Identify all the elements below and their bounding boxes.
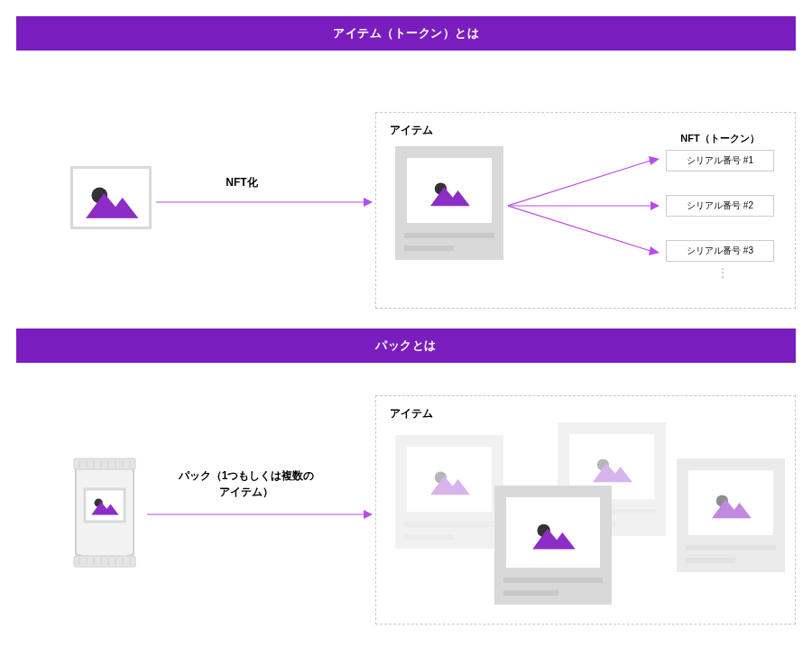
- fanout-arrows: [508, 150, 661, 267]
- item-card: [395, 146, 503, 260]
- section1-header: アイテム（トークン）とは: [16, 16, 796, 51]
- source-image: [70, 166, 152, 229]
- arrow-label-pack: パック（1つもしくは複数のアイテム）: [174, 467, 318, 500]
- serial-ellipsis: ⋮: [716, 265, 731, 280]
- svg-marker-8: [651, 201, 660, 210]
- svg-rect-20: [74, 556, 135, 567]
- svg-marker-4: [364, 198, 373, 207]
- arrow-nft: [156, 193, 373, 211]
- svg-line-9: [508, 206, 651, 251]
- svg-marker-31: [364, 510, 373, 519]
- pack-icon: [69, 453, 141, 574]
- svg-rect-11: [74, 458, 135, 469]
- serial-box-2: シリアル番号 #2: [666, 195, 774, 217]
- item-card-bg-3: [677, 458, 785, 572]
- item-card-bg-1: [395, 435, 503, 549]
- serial-box-3: シリアル番号 #3: [666, 240, 774, 262]
- item-card-front: [494, 486, 612, 605]
- svg-marker-10: [649, 246, 660, 255]
- arrow-pack: [147, 505, 373, 523]
- item-dashed-label: アイテム: [390, 123, 433, 138]
- section2-body: パック（1つもしくは複数のアイテム） アイテム: [16, 372, 796, 634]
- items-dashed-label: アイテム: [390, 406, 433, 421]
- svg-line-5: [508, 161, 651, 206]
- arrow-label-nft: NFT化: [188, 175, 296, 190]
- section1-body: NFT化 アイテム NFT（トークン） シリアル番号 #1 シリアル番号 #2 …: [16, 60, 796, 312]
- section2-header: パックとは: [16, 329, 796, 363]
- serial-box-1: シリアル番号 #1: [666, 150, 774, 171]
- serial-title: NFT（トークン）: [666, 132, 774, 145]
- svg-marker-6: [649, 156, 660, 165]
